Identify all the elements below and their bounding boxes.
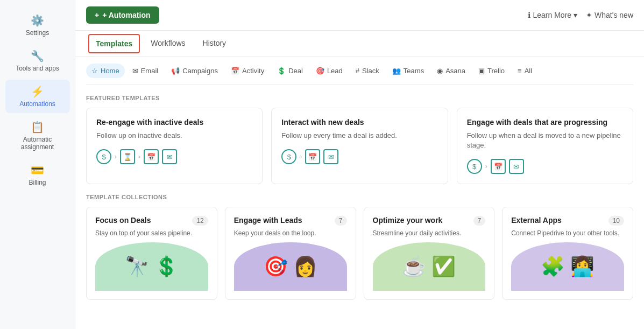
automation-button[interactable]: + + Automation: [86, 6, 159, 24]
template-card-0-title: Re-engage with inactive deals: [96, 118, 252, 127]
lead-icon: 🎯: [316, 67, 324, 75]
flow-arrow-1a: ›: [300, 153, 302, 160]
collection-card-0[interactable]: Focus on Deals 12 Stay on top of your sa…: [86, 207, 217, 300]
collection-card-1-header: Engage with Leads 7: [234, 216, 347, 226]
subnav-campaigns[interactable]: 📢 Campaigns: [166, 64, 223, 78]
info-icon: ℹ: [528, 11, 530, 19]
sidebar-item-auto-assign-label: Automatic assignment: [12, 136, 63, 151]
activity-icon: 📅: [231, 67, 239, 75]
subnav-teams-label: Teams: [404, 67, 424, 75]
template-card-2[interactable]: Engage with deals that are progressing F…: [457, 108, 633, 184]
collection-card-2[interactable]: Optimize your work 7 Streamline your dai…: [364, 207, 495, 300]
sidebar-item-billing[interactable]: 💳 Billing: [5, 158, 70, 192]
flow-email-icon-2: ✉: [509, 159, 524, 174]
flow-cal-icon-2: 📅: [491, 159, 506, 174]
sidebar-item-tools[interactable]: 🔧 Tools and apps: [5, 44, 70, 78]
collection-card-1[interactable]: Engage with Leads 7 Keep your deals on t…: [225, 207, 356, 300]
collection-card-0-count: 12: [192, 216, 208, 226]
collection-card-3-illustration: 🧩 👩‍💻: [511, 242, 624, 291]
subnav-campaigns-label: Campaigns: [182, 67, 218, 75]
collection-card-2-illustration: ☕ ✅: [373, 242, 486, 291]
content-area: ☆ Home ✉ Email 📢 Campaigns 📅 Activity 💲 …: [75, 57, 644, 329]
email-icon: ✉: [132, 67, 138, 75]
deal-icon: 💲: [277, 67, 286, 75]
subnav-asana[interactable]: ◉ Asana: [431, 64, 471, 78]
subnav-home-label: Home: [101, 67, 119, 75]
collection-card-2-header: Optimize your work 7: [373, 216, 486, 226]
collection-card-3[interactable]: External Apps 10 Connect Pipedrive to yo…: [502, 207, 633, 300]
collection-card-0-desc: Stay on top of your sales pipeline.: [95, 229, 208, 238]
billing-icon: 💳: [31, 164, 44, 177]
main-content: + + Automation ℹ Learn More ▾ ✦ What's n…: [75, 0, 644, 329]
learn-more-button[interactable]: ℹ Learn More ▾: [528, 11, 577, 19]
collection-card-1-title: Engage with Leads: [234, 216, 335, 225]
campaigns-icon: 📢: [171, 67, 180, 75]
automations-icon: ⚡: [31, 85, 44, 98]
subnav-deal[interactable]: 💲 Deal: [272, 64, 308, 78]
tools-icon: 🔧: [31, 50, 44, 62]
learn-more-label: Learn More: [533, 11, 571, 19]
home-star-icon: ☆: [91, 67, 98, 75]
subnav-asana-label: Asana: [445, 67, 465, 75]
sidebar-item-settings[interactable]: ⚙️ Settings: [5, 9, 70, 42]
featured-section-title: FEATURED TEMPLATES: [86, 95, 633, 101]
tab-workflows[interactable]: Workflows: [142, 31, 194, 56]
template-card-0-desc: Follow up on inactive deals.: [96, 131, 252, 141]
tabs-bar: Templates Workflows History: [75, 31, 644, 57]
collections-grid: Focus on Deals 12 Stay on top of your sa…: [86, 207, 633, 300]
tab-history[interactable]: History: [194, 31, 235, 56]
topbar-right: ℹ Learn More ▾ ✦ What's new: [528, 11, 633, 19]
template-card-2-desc: Follow up when a deal is moved to a new …: [467, 131, 623, 150]
sidebar-item-tools-label: Tools and apps: [16, 65, 59, 72]
all-icon: ≡: [518, 67, 522, 75]
whats-new-button[interactable]: ✦ What's new: [586, 11, 633, 19]
sidebar-item-auto-assign[interactable]: 📋 Automatic assignment: [5, 115, 70, 156]
subnav-activity[interactable]: 📅 Activity: [225, 64, 270, 78]
sidebar-item-automations[interactable]: ⚡ Automations: [5, 80, 70, 113]
collection-card-0-header: Focus on Deals 12: [95, 216, 208, 226]
flow-email-icon-0: ✉: [162, 149, 177, 164]
flow-deal-icon-0: $: [96, 149, 111, 164]
teams-icon: 👥: [392, 67, 401, 75]
collection-card-0-illustration: 🔭 💲: [95, 242, 208, 291]
collection-card-3-count: 10: [608, 216, 624, 226]
template-card-0-flow: $ › ⌛ › 📅 ✉: [96, 149, 252, 164]
flow-cal-icon-0: 📅: [144, 149, 159, 164]
settings-icon: ⚙️: [31, 14, 44, 27]
topbar-left: + + Automation: [86, 6, 159, 24]
collection-card-3-header: External Apps 10: [511, 216, 624, 226]
subnav-email[interactable]: ✉ Email: [127, 64, 164, 78]
flow-deal-icon-1: $: [281, 149, 296, 164]
collection-card-2-desc: Streamline your daily activities.: [373, 229, 486, 238]
tab-templates[interactable]: Templates: [88, 34, 140, 53]
collection-card-3-title: External Apps: [511, 216, 608, 225]
subnav-all[interactable]: ≡ All: [512, 64, 537, 78]
subnav-home[interactable]: ☆ Home: [86, 64, 125, 78]
flow-arrow-0a: ›: [115, 153, 117, 160]
sidebar-item-settings-label: Settings: [26, 29, 49, 37]
auto-assign-icon: 📋: [31, 121, 44, 134]
subnav-lead-label: Lead: [327, 67, 343, 75]
collection-card-1-illustration: 🎯 👩: [234, 242, 347, 291]
subnav-lead[interactable]: 🎯 Lead: [310, 64, 348, 78]
featured-templates-grid: Re-engage with inactive deals Follow up …: [86, 108, 633, 184]
whats-new-label: What's new: [595, 11, 633, 19]
subnav-teams[interactable]: 👥 Teams: [387, 64, 429, 78]
template-card-1[interactable]: Interact with new deals Follow up every …: [271, 108, 448, 184]
collection-card-3-desc: Connect Pipedrive to your other tools.: [511, 229, 624, 238]
topbar: + + Automation ℹ Learn More ▾ ✦ What's n…: [75, 0, 644, 31]
subnav-trello[interactable]: ▣ Trello: [473, 64, 510, 78]
sub-nav: ☆ Home ✉ Email 📢 Campaigns 📅 Activity 💲 …: [86, 57, 633, 85]
template-card-1-flow: $ › 📅 ✉: [281, 149, 437, 164]
subnav-activity-label: Activity: [242, 67, 264, 75]
flow-arrow-0b: ›: [138, 153, 140, 160]
slack-icon: #: [356, 67, 359, 75]
subnav-all-label: All: [525, 67, 532, 75]
flow-cal-icon-1: 📅: [305, 149, 320, 164]
subnav-slack[interactable]: # Slack: [350, 64, 385, 78]
template-card-0[interactable]: Re-engage with inactive deals Follow up …: [86, 108, 263, 184]
subnav-slack-label: Slack: [362, 67, 379, 75]
automation-button-label: + Automation: [102, 11, 150, 19]
flow-wait-icon-0: ⌛: [120, 149, 135, 164]
collection-card-0-title: Focus on Deals: [95, 216, 192, 225]
